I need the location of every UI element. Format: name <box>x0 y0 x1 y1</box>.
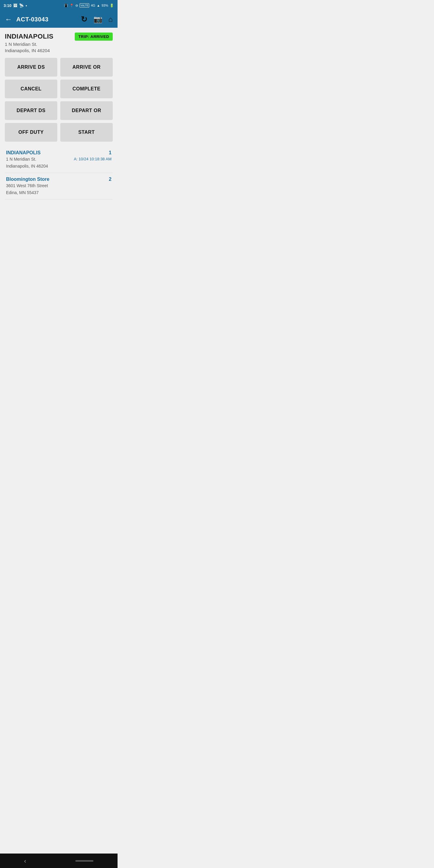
back-button[interactable]: ← <box>5 15 12 24</box>
cancel-button[interactable]: CANCEL <box>5 80 57 98</box>
camera-button[interactable]: 📷 <box>93 15 102 24</box>
stop-left-1: INDIANAPOLIS 1 N Meridian St. Indianapol… <box>6 150 48 169</box>
stop-name-1: INDIANAPOLIS <box>6 150 48 156</box>
dot-icon: • <box>26 3 27 8</box>
volte-icon: VoLTE <box>80 3 89 7</box>
depart-ds-button[interactable]: DEPART DS <box>5 101 57 120</box>
off-duty-button[interactable]: OFF DUTY <box>5 123 57 142</box>
stop-right-2: 2 <box>82 177 112 183</box>
battery-icon: 🔋 <box>110 4 114 7</box>
stop-address2-1: Indianapolis, IN 46204 <box>6 163 48 169</box>
arrive-ds-button[interactable]: ARRIVE DS <box>5 58 57 76</box>
main-content: INDIANAPOLIS 1 N Meridian St. Indianapol… <box>0 28 118 204</box>
dnd-icon: ⊖ <box>75 4 78 7</box>
toolbar: ← ACT-03043 ↻ 📷 ⌂ <box>0 11 118 28</box>
location-address-line1: 1 N Meridian St. <box>5 41 53 47</box>
stop-number-1: 1 <box>74 150 112 156</box>
stop-item-1[interactable]: INDIANAPOLIS 1 N Meridian St. Indianapol… <box>5 147 113 173</box>
depart-or-button[interactable]: DEPART OR <box>60 101 113 120</box>
toolbar-actions: ↻ 📷 ⌂ <box>81 15 113 24</box>
signal-label: 4G <box>91 4 95 7</box>
stop-time-1: A: 10/24 10:18:38 AM <box>74 157 112 161</box>
page-title: ACT-03043 <box>16 16 76 23</box>
start-button[interactable]: START <box>60 123 113 142</box>
location-info: INDIANAPOLIS 1 N Meridian St. Indianapol… <box>5 33 53 53</box>
action-buttons-grid: ARRIVE DS ARRIVE OR CANCEL COMPLETE DEPA… <box>5 58 113 142</box>
stop-name-2: Bloomington Store <box>6 177 50 182</box>
trip-status-badge: TRIP: ARRIVED <box>75 33 113 41</box>
stop-list: INDIANAPOLIS 1 N Meridian St. Indianapol… <box>5 147 113 199</box>
status-bar-right: 📳 📍 ⊖ VoLTE 4G ▲ 93% 🔋 <box>64 3 114 7</box>
location-address-line2: Indianapolis, IN 46204 <box>5 48 53 53</box>
cast-icon: 📡 <box>19 3 24 8</box>
stop-address2-2: Edina, MN 55437 <box>6 190 50 196</box>
arrive-or-button[interactable]: ARRIVE OR <box>60 58 113 76</box>
status-bar: 3:10 🖼 📡 • 📳 📍 ⊖ VoLTE 4G ▲ 93% 🔋 <box>0 0 118 11</box>
location-icon: 📍 <box>70 4 74 7</box>
stop-number-2: 2 <box>82 177 112 182</box>
battery-label: 93% <box>101 4 108 7</box>
stop-right-1: 1 A: 10/24 10:18:38 AM <box>74 150 112 161</box>
stop-address1-1: 1 N Meridian St. <box>6 156 48 162</box>
status-bar-left: 3:10 🖼 📡 • <box>4 3 27 8</box>
stop-address1-2: 3601 West 76th Street <box>6 183 50 189</box>
time-display: 3:10 <box>4 3 11 8</box>
home-button[interactable]: ⌂ <box>108 15 113 24</box>
location-name: INDIANAPOLIS <box>5 33 53 40</box>
complete-button[interactable]: COMPLETE <box>60 80 113 98</box>
stop-item-2[interactable]: Bloomington Store 3601 West 76th Street … <box>5 173 113 199</box>
stop-left-2: Bloomington Store 3601 West 76th Street … <box>6 177 50 195</box>
vibrate-icon: 📳 <box>64 4 68 7</box>
signal-bars: ▲ <box>97 4 100 7</box>
location-header: INDIANAPOLIS 1 N Meridian St. Indianapol… <box>5 33 113 53</box>
refresh-button[interactable]: ↻ <box>81 15 87 24</box>
photo-icon: 🖼 <box>13 3 17 8</box>
